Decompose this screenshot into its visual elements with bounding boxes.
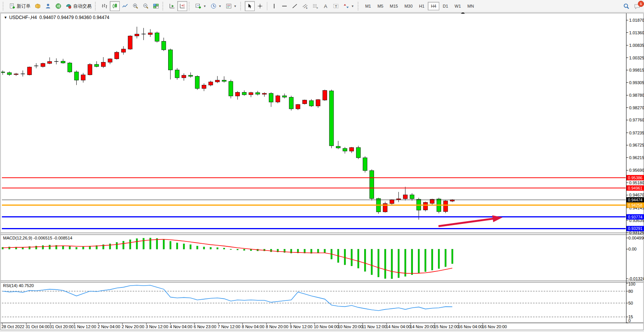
macd-histogram-bar <box>351 249 352 266</box>
annotation-arrow-shaft[interactable] <box>438 219 494 226</box>
timeframe-button-H1[interactable]: H1 <box>416 2 427 10</box>
search-button[interactable] <box>621 1 631 11</box>
timeframe-group: M1M5M15M30H1H4D1W1MN <box>362 2 477 10</box>
candle-down <box>169 50 173 70</box>
price-axis-label: 1.00325 <box>629 56 644 60</box>
pane-separator[interactable] <box>1 281 643 283</box>
timeframe-button-M5[interactable]: M5 <box>374 2 386 10</box>
cursor-icon <box>247 3 253 9</box>
notification-badge: 1 <box>638 1 644 7</box>
macd-histogram-bar <box>445 249 446 267</box>
signal-button[interactable] <box>53 1 63 11</box>
macd-histogram-bar <box>284 249 285 252</box>
rsi-axis-label: 0 <box>628 318 631 323</box>
macd-histogram-bar <box>35 246 37 249</box>
macd-histogram-bar <box>9 247 10 249</box>
fibonacci-button[interactable]: F <box>310 1 320 11</box>
autotrading-button[interactable]: 自动交易 <box>64 1 93 11</box>
horizontal-line-button[interactable] <box>279 1 289 11</box>
crosshair-button[interactable] <box>255 1 265 11</box>
candle-up <box>296 104 300 109</box>
macd-histogram-bar <box>317 249 319 253</box>
macd-histogram-bar <box>398 249 399 278</box>
templates-button[interactable]: ▼ <box>224 1 239 11</box>
macd-histogram-bar <box>109 244 111 249</box>
macd-histogram-bar <box>62 246 64 249</box>
chart-title: ▼USDCHF-,H4 0.94407 0.94479 0.94360 0.94… <box>4 15 109 20</box>
community-button[interactable] <box>43 1 53 11</box>
price-axis-label: 0.93635 <box>629 218 644 223</box>
cursor-button[interactable] <box>245 1 255 11</box>
macd-histogram-bar <box>76 247 77 249</box>
vertical-line-button[interactable] <box>269 1 279 11</box>
candle-down <box>269 93 273 102</box>
candle-down <box>255 93 260 94</box>
new-order-icon <box>9 3 15 9</box>
candle-up <box>27 67 32 75</box>
macd-histogram-bar <box>297 249 299 253</box>
candle-up <box>41 64 45 67</box>
price-axis-label: 0.93125 <box>629 230 644 235</box>
trendline-button[interactable] <box>290 1 300 11</box>
periods-button[interactable]: ▼ <box>209 1 223 11</box>
market-watch-button[interactable] <box>33 1 43 11</box>
price-axis-label: 0.94670 <box>629 193 644 197</box>
candlestick-chart-button[interactable] <box>110 1 120 11</box>
time-axis-label: 14 Nov 20:00 <box>410 324 435 329</box>
zoom-in-button[interactable] <box>130 1 140 11</box>
candle-down <box>370 171 374 198</box>
candle-down <box>417 199 421 210</box>
macd-histogram-bar <box>203 247 205 249</box>
text-button[interactable]: A <box>321 1 331 11</box>
price-axis-label: 0.97760 <box>629 118 644 122</box>
candle-down <box>195 76 199 88</box>
price-axis-label: 0.97235 <box>629 131 644 135</box>
macd-histogram-bar <box>196 246 198 249</box>
timeframe-button-W1[interactable]: W1 <box>451 2 464 10</box>
text-label-button[interactable]: T <box>331 1 341 11</box>
macd-histogram-bar <box>344 249 346 265</box>
time-axis-label: 6 Nov 23:00 <box>194 324 216 329</box>
candle-down <box>1 72 5 73</box>
macd-histogram-bar <box>244 249 245 251</box>
macd-histogram-bar <box>250 249 252 251</box>
macd-histogram-bar <box>438 249 440 268</box>
timeframe-button-M1[interactable]: M1 <box>362 2 374 10</box>
price-axis-label: 0.96725 <box>629 143 644 147</box>
candle-up <box>48 62 52 64</box>
annotation-arrow-head[interactable] <box>492 215 503 222</box>
chart-symbol-period: USDCHF-,H4 <box>9 15 37 20</box>
macd-histogram-bar <box>163 239 164 249</box>
zoom-out-icon <box>143 3 149 9</box>
tile-windows-button[interactable] <box>151 1 161 11</box>
line-chart-button[interactable] <box>120 1 130 11</box>
new-order-button[interactable]: 新订单 <box>7 1 32 11</box>
chart-shift-button[interactable] <box>177 1 187 11</box>
timeframe-button-M15[interactable]: M15 <box>387 2 401 10</box>
macd-histogram-bar <box>183 244 185 249</box>
candle-up <box>390 200 394 204</box>
equidistant-channel-button[interactable]: E <box>300 1 310 11</box>
zoom-out-button[interactable] <box>141 1 151 11</box>
candle-up <box>182 75 186 78</box>
macd-histogram-bar <box>69 246 71 249</box>
price-axis-label: 0.98270 <box>629 105 644 110</box>
timeframe-button-MN[interactable]: MN <box>464 2 477 10</box>
candle-up <box>209 82 213 85</box>
svg-text:F: F <box>316 7 318 9</box>
auto-scroll-button[interactable] <box>167 1 177 11</box>
candle-down <box>289 97 293 109</box>
timeframe-button-H4[interactable]: H4 <box>428 2 439 10</box>
timeframe-button-D1[interactable]: D1 <box>440 2 451 10</box>
new-chart-button[interactable]: ▼ <box>193 1 208 11</box>
timeframe-button-M30[interactable]: M30 <box>401 2 416 10</box>
chevron-down-icon: ▼ <box>218 5 222 8</box>
candle-up <box>236 93 240 96</box>
macd-histogram-bar <box>156 238 158 249</box>
arrows-button[interactable]: ▼ <box>341 1 356 11</box>
candle-up <box>350 147 354 151</box>
pane-separator[interactable] <box>1 233 643 235</box>
macd-histogram-bar <box>378 249 379 277</box>
bar-chart-button[interactable] <box>100 1 109 11</box>
signal-icon <box>55 3 61 9</box>
